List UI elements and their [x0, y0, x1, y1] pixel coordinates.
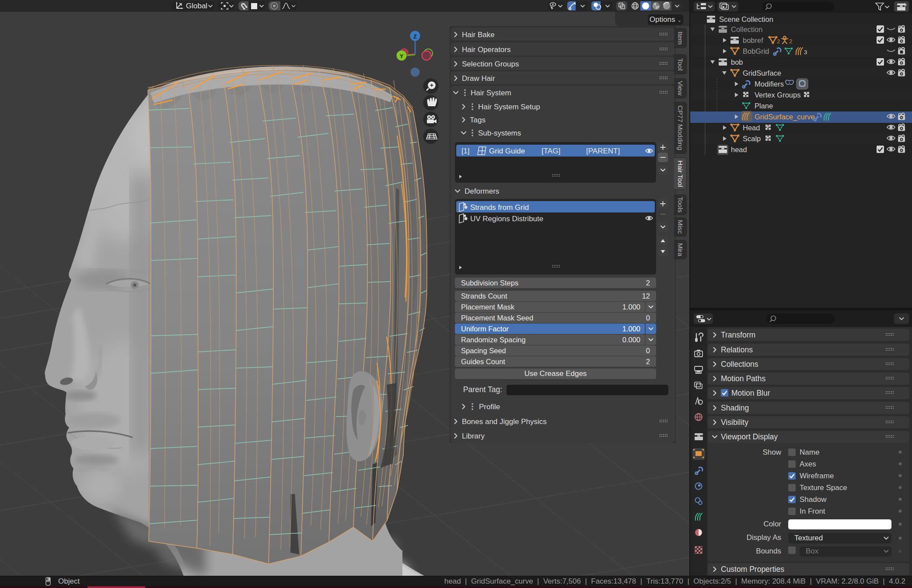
svg-text:Hair System: Hair System	[471, 89, 511, 97]
svg-text:Strands from Grid: Strands from Grid	[470, 203, 529, 212]
svg-text:head: head	[731, 146, 747, 153]
svg-text:Show: Show	[762, 448, 781, 456]
svg-text:UV Regions Distribute: UV Regions Distribute	[470, 215, 543, 223]
svg-text:0: 0	[646, 347, 650, 355]
svg-text:Spacing Seed: Spacing Seed	[461, 347, 506, 355]
svg-text:Display As: Display As	[747, 533, 781, 542]
svg-text:Modifiers: Modifiers	[755, 80, 784, 88]
svg-text:Collection: Collection	[731, 25, 762, 33]
svg-text:Global: Global	[186, 2, 207, 10]
svg-text:Box: Box	[806, 547, 819, 555]
svg-text:Relations: Relations	[721, 345, 753, 354]
svg-text:0: 0	[646, 314, 650, 322]
svg-text:Bones and Jiggle Physics: Bones and Jiggle Physics	[462, 418, 547, 426]
svg-text:bobref: bobref	[743, 36, 763, 44]
svg-text:Profile: Profile	[479, 403, 500, 411]
svg-text:Scene Collection: Scene Collection	[719, 15, 773, 23]
svg-text:Visibility: Visibility	[721, 418, 748, 427]
svg-text:2: 2	[646, 358, 650, 365]
svg-text:3: 3	[804, 49, 807, 56]
svg-text:Uniform Factor: Uniform Factor	[461, 325, 509, 333]
svg-text:Head: Head	[743, 124, 760, 132]
svg-text:[PARENT]: [PARENT]	[586, 147, 620, 155]
svg-text:2: 2	[777, 38, 780, 45]
svg-text:Shading: Shading	[721, 404, 749, 412]
svg-text:Bounds: Bounds	[756, 547, 781, 555]
svg-text:Parent Tag:: Parent Tag:	[463, 385, 502, 394]
svg-text:Hair System Setup: Hair System Setup	[478, 103, 540, 111]
svg-text:Draw Hair: Draw Hair	[462, 74, 495, 83]
svg-text:Texture Space: Texture Space	[800, 484, 847, 492]
svg-text:Selection Groups: Selection Groups	[462, 60, 519, 68]
svg-text:bob: bob	[731, 58, 743, 66]
svg-text:Library: Library	[462, 432, 485, 440]
svg-text:Randomize Spacing: Randomize Spacing	[461, 336, 526, 344]
svg-text:Transform: Transform	[721, 331, 755, 339]
svg-text:Strands Count: Strands Count	[461, 292, 507, 300]
svg-text:Motion Paths: Motion Paths	[721, 374, 765, 383]
svg-text:Viewport Display: Viewport Display	[721, 432, 778, 441]
svg-text:Shadow: Shadow	[800, 495, 827, 504]
svg-text:Axes: Axes	[800, 460, 816, 468]
svg-text:GridSurface: GridSurface	[743, 69, 781, 77]
svg-text:2: 2	[789, 38, 792, 45]
svg-text:Placement Mask: Placement Mask	[461, 303, 515, 311]
svg-text:GridSurface_curve: GridSurface_curve	[755, 113, 815, 121]
svg-text:Deformers: Deformers	[465, 187, 499, 195]
svg-text:Sub-systems: Sub-systems	[478, 129, 521, 137]
svg-text:Subdivision Steps: Subdivision Steps	[461, 279, 518, 287]
svg-text:0.000: 0.000	[622, 336, 640, 344]
svg-text:Color: Color	[763, 520, 781, 528]
svg-text:2: 2	[646, 279, 650, 287]
svg-text:[1]: [1]	[461, 147, 469, 155]
svg-text:Use Crease Edges: Use Crease Edges	[524, 369, 587, 378]
svg-text:Custom Properties: Custom Properties	[721, 565, 784, 574]
svg-text:Z: Z	[413, 33, 417, 40]
svg-text:Hair Bake: Hair Bake	[462, 31, 495, 39]
svg-text:Grid Guide: Grid Guide	[489, 147, 525, 155]
svg-text:Scalp: Scalp	[743, 135, 761, 143]
svg-text:1.000: 1.000	[622, 325, 640, 333]
svg-text:Motion Blur: Motion Blur	[731, 389, 770, 397]
svg-text:1.000: 1.000	[622, 303, 640, 311]
svg-text:In Front: In Front	[800, 507, 825, 515]
svg-text:Tags: Tags	[470, 116, 486, 124]
svg-text:Wireframe: Wireframe	[800, 472, 834, 480]
svg-text:Vertex Groups: Vertex Groups	[755, 91, 800, 99]
svg-text:Guides Count: Guides Count	[461, 358, 505, 365]
svg-text:Collections: Collections	[721, 360, 758, 369]
svg-text:BobGrid: BobGrid	[743, 47, 769, 55]
svg-text:Y: Y	[400, 53, 404, 59]
svg-text:Placement Mask Seed: Placement Mask Seed	[461, 314, 533, 322]
svg-text:Textured: Textured	[794, 534, 823, 542]
svg-text:Plane: Plane	[755, 102, 773, 110]
svg-text:Hair Operators: Hair Operators	[462, 45, 510, 54]
svg-text:Name: Name	[800, 448, 819, 456]
svg-text:[TAG]: [TAG]	[542, 147, 560, 155]
svg-text:12: 12	[642, 292, 650, 300]
